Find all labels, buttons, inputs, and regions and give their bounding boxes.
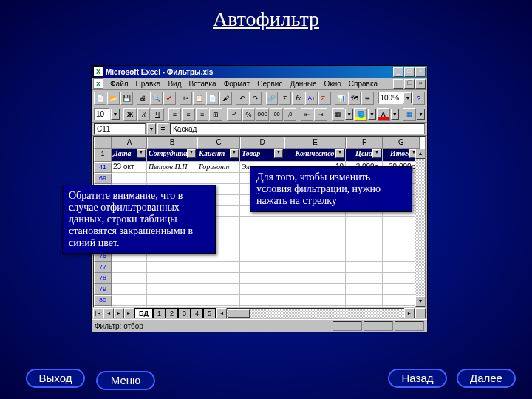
empty-cell[interactable] xyxy=(284,295,346,306)
empty-cell[interactable] xyxy=(346,262,383,273)
font-color-icon[interactable]: A xyxy=(377,108,390,121)
preview-icon[interactable]: 🔍 xyxy=(150,92,163,105)
resize-grip-icon[interactable] xyxy=(415,308,426,318)
empty-cell[interactable] xyxy=(112,273,147,284)
col-header-g[interactable]: G xyxy=(383,137,420,149)
menu-help[interactable]: Справка xyxy=(345,80,381,88)
redo-icon[interactable]: ↷ xyxy=(249,92,262,105)
copy-icon[interactable]: 📋 xyxy=(193,92,205,105)
function-icon[interactable]: fx xyxy=(292,92,304,105)
empty-cell[interactable] xyxy=(346,228,383,239)
dec-indent-icon[interactable]: ⇤ xyxy=(301,108,314,121)
empty-cell[interactable] xyxy=(147,273,197,284)
zoom-arrow-icon[interactable]: ▼ xyxy=(403,92,412,103)
empty-cell[interactable] xyxy=(284,273,346,284)
filter-arrow-date[interactable] xyxy=(137,149,146,158)
empty-cell[interactable] xyxy=(147,284,197,295)
menu-format[interactable]: Формат xyxy=(220,80,254,88)
horizontal-scrollbar[interactable]: ◄ ► xyxy=(216,308,415,318)
sheet-tab-2[interactable]: 2 xyxy=(166,308,178,318)
align-left-icon[interactable]: ≡ xyxy=(168,108,182,121)
empty-cell[interactable] xyxy=(147,262,197,273)
col-header-f[interactable]: F xyxy=(346,137,383,149)
filter-arrow-price[interactable] xyxy=(372,149,381,158)
underline-icon[interactable]: Ч xyxy=(151,108,164,121)
empty-cell[interactable] xyxy=(346,273,383,284)
doc-minimize-button[interactable]: _ xyxy=(393,79,403,89)
empty-cell[interactable] xyxy=(112,306,147,307)
col-header-c[interactable]: C xyxy=(197,137,240,149)
empty-cell[interactable] xyxy=(284,217,346,228)
menu-view[interactable]: Вид xyxy=(164,80,185,88)
filter-arrow-employee[interactable] xyxy=(187,149,196,158)
cell-b41[interactable]: Петров П.П xyxy=(147,162,197,173)
sheet-tab-3[interactable]: 3 xyxy=(178,308,191,318)
empty-cell[interactable] xyxy=(197,173,240,184)
font-color-arrow-icon[interactable]: ▼ xyxy=(391,109,399,120)
empty-cell[interactable] xyxy=(112,284,147,295)
empty-cell[interactable] xyxy=(346,217,383,228)
tab-nav-next-icon[interactable]: ► xyxy=(114,308,124,318)
empty-cell[interactable] xyxy=(240,239,284,250)
merge-icon[interactable]: ⊞ xyxy=(209,108,222,121)
sheet-tab-5[interactable]: 5 xyxy=(203,308,216,318)
empty-cell[interactable] xyxy=(346,295,383,306)
cell-a41[interactable]: 23 окт xyxy=(112,162,147,173)
doc-close-button[interactable]: × xyxy=(415,79,426,89)
fill-color-icon[interactable]: 🪣 xyxy=(354,108,367,121)
select-all-corner[interactable] xyxy=(94,137,112,149)
font-size-combo[interactable]: 10 xyxy=(94,108,110,120)
empty-cell[interactable] xyxy=(346,239,383,250)
col-header-d[interactable]: D xyxy=(240,137,284,149)
zoom-combo[interactable]: 100% xyxy=(378,92,403,104)
grid-arrow-icon[interactable]: ▼ xyxy=(417,109,425,120)
row-header-1[interactable]: 1 xyxy=(94,149,112,162)
empty-cell[interactable] xyxy=(284,250,346,262)
row-header-81[interactable]: 81 xyxy=(94,306,112,307)
thousands-icon[interactable]: 000 xyxy=(256,108,269,121)
empty-cell[interactable] xyxy=(284,262,346,273)
tab-nav-prev-icon[interactable]: ◄ xyxy=(103,308,114,318)
col-header-a[interactable]: A xyxy=(112,137,147,149)
align-center-icon[interactable]: ≡ xyxy=(182,108,195,121)
menu-insert[interactable]: Вставка xyxy=(185,80,219,88)
inc-decimal-icon[interactable]: ,00 xyxy=(270,108,283,121)
font-size-arrow-icon[interactable]: ▼ xyxy=(111,109,119,120)
chart-icon[interactable]: 📊 xyxy=(335,92,347,105)
empty-cell[interactable] xyxy=(197,262,240,273)
back-button[interactable]: Назад xyxy=(388,369,447,388)
empty-cell[interactable] xyxy=(284,239,346,250)
tab-nav-last-icon[interactable]: ►| xyxy=(124,308,134,318)
menu-tools[interactable]: Сервис xyxy=(253,80,286,88)
dec-decimal-icon[interactable]: ,0 xyxy=(284,108,297,121)
empty-cell[interactable] xyxy=(197,273,240,284)
percent-icon[interactable]: % xyxy=(242,108,256,121)
filter-arrow-product[interactable] xyxy=(274,149,283,158)
empty-cell[interactable] xyxy=(147,173,197,184)
menu-edit[interactable]: Правка xyxy=(132,80,165,88)
name-box[interactable]: C11 xyxy=(94,123,146,134)
row-header-80[interactable]: 80 xyxy=(94,295,112,306)
undo-icon[interactable]: ↶ xyxy=(236,92,248,105)
empty-cell[interactable] xyxy=(112,262,147,273)
empty-cell[interactable] xyxy=(284,228,346,239)
save-icon[interactable]: 💾 xyxy=(120,92,133,105)
row-header-77[interactable]: 77 xyxy=(94,262,112,273)
scroll-right-icon[interactable]: ► xyxy=(404,308,415,318)
align-right-icon[interactable]: ≡ xyxy=(196,108,209,121)
menu-data[interactable]: Данные xyxy=(286,80,320,88)
close-button[interactable]: × xyxy=(415,67,426,77)
empty-cell[interactable] xyxy=(112,173,147,184)
empty-cell[interactable] xyxy=(240,250,284,262)
empty-cell[interactable] xyxy=(346,306,383,307)
empty-cell[interactable] xyxy=(112,295,147,306)
borders-icon[interactable]: ▦ xyxy=(332,108,345,121)
menu-button[interactable]: Меню xyxy=(96,371,155,390)
cut-icon[interactable]: ✂ xyxy=(180,92,192,105)
menu-window[interactable]: Окно xyxy=(321,80,345,88)
filter-arrow-qty[interactable] xyxy=(335,149,344,158)
open-icon[interactable]: 📂 xyxy=(107,92,120,105)
empty-cell[interactable] xyxy=(147,295,197,306)
col-header-b[interactable]: B xyxy=(147,137,197,149)
document-icon[interactable]: X xyxy=(93,78,103,89)
